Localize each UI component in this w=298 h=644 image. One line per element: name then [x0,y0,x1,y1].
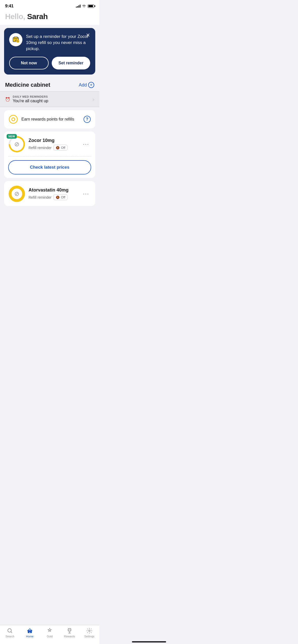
daily-reminders-row[interactable]: ⏰ DAILY MED REMINDERS You're all caught … [0,91,99,107]
not-now-button[interactable]: Not now [9,57,49,69]
bell-off-icon-zocor: 🔕 [56,146,60,150]
rewards-card[interactable]: Earn rewards points for refills ? [4,110,95,128]
medicine-item-zocor: NEW ⊘ Zocor 10mg Refill reminder 🔕 Off ·… [4,131,95,156]
battery-icon [88,5,94,8]
medicine-item-atorvastatin: ⊘ Atorvastatin 40mg Refill reminder 🔕 Of… [4,181,95,206]
bell-off-icon-atorvastatin: 🔕 [56,196,60,199]
rewards-circle-icon [9,115,18,124]
reminder-left: ⏰ DAILY MED REMINDERS You're all caught … [5,95,48,103]
banner-icon [9,33,22,46]
refill-label-atorvastatin: Refill reminder [29,195,51,199]
svg-point-4 [12,118,15,121]
svg-rect-1 [14,37,18,38]
section-title: Medicine cabinet [5,82,50,88]
add-label: Add [79,82,87,88]
medicine-card-zocor: NEW ⊘ Zocor 10mg Refill reminder 🔕 Off ·… [4,131,95,178]
check-prices-button[interactable]: Check latest prices [8,160,91,174]
medicine-icon-atorvastatin: ⊘ [9,186,25,202]
new-badge: NEW [7,134,17,139]
refill-label-zocor: Refill reminder [29,146,51,150]
status-time: 9:41 [5,4,13,9]
alarm-icon: ⏰ [5,97,10,102]
add-circle-icon: + [88,82,94,88]
slash-icon-atorvastatin: ⊘ [14,190,19,197]
section-heading: Medicine cabinet Add + [0,78,99,91]
set-reminder-button[interactable]: Set reminder [52,57,90,69]
more-button-atorvastatin[interactable]: ··· [82,189,91,198]
refill-row-zocor: Refill reminder 🔕 Off [29,145,78,151]
greeting-text: Hello, Sarah [5,12,94,21]
more-button-zocor[interactable]: ··· [82,140,91,149]
greeting-prefix: Hello, [5,12,27,21]
close-button[interactable]: ✕ [85,32,91,39]
wifi-icon [82,5,86,8]
slash-icon-zocor: ⊘ [14,141,19,148]
medicine-icon-zocor: NEW ⊘ [9,136,25,152]
status-bar: 9:41 [0,0,99,11]
greeting-area: Hello, Sarah [0,11,99,25]
refill-badge-atorvastatin[interactable]: 🔕 Off [53,194,67,200]
rewards-card-left: Earn rewards points for refills [9,115,74,124]
banner-content: Set up a reminder for your Zocor 10mg re… [9,33,90,52]
status-icons [76,5,94,8]
question-icon[interactable]: ? [84,116,91,123]
refill-status-atorvastatin: Off [61,195,65,199]
svg-point-3 [9,115,17,123]
banner-actions: Not now Set reminder [9,57,90,69]
refill-status-zocor: Off [61,146,65,150]
reminder-section-label: DAILY MED REMINDERS [13,95,48,98]
refill-row-atorvastatin: Refill reminder 🔕 Off [29,194,78,200]
refill-badge-zocor[interactable]: 🔕 Off [53,145,67,151]
banner-message: Set up a reminder for your Zocor 10mg re… [26,33,90,52]
chevron-right-icon: › [92,96,94,102]
user-name: Sarah [27,12,48,21]
medicine-details-atorvastatin: Atorvastatin 40mg Refill reminder 🔕 Off [29,187,78,200]
medicine-name-atorvastatin: Atorvastatin 40mg [29,187,78,193]
rewards-card-text: Earn rewards points for refills [21,117,74,122]
signal-icon [76,5,80,8]
reminder-status: You're all caught up [13,99,48,103]
reminder-info: DAILY MED REMINDERS You're all caught up [13,95,48,103]
notification-banner: ✕ Set up a reminder for your Zocor 10mg … [4,28,95,75]
yellow-ring-full-atorvastatin: ⊘ [9,186,25,202]
medicine-details-zocor: Zocor 10mg Refill reminder 🔕 Off [29,138,78,151]
divider-zocor [8,156,91,157]
medicine-card-atorvastatin: ⊘ Atorvastatin 40mg Refill reminder 🔕 Of… [4,181,95,206]
medicine-name-zocor: Zocor 10mg [29,138,78,143]
add-button[interactable]: Add + [79,82,94,88]
